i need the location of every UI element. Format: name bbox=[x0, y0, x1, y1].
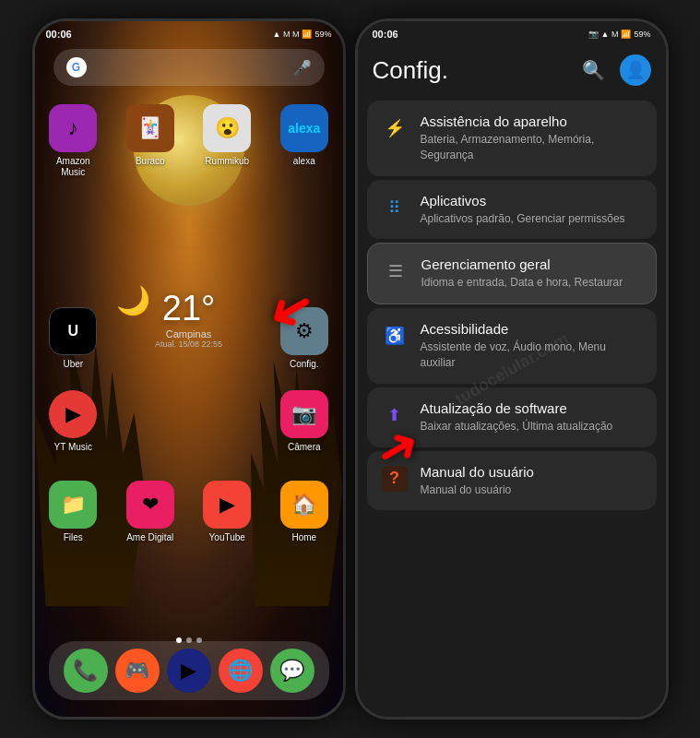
app-amedigital[interactable]: ❤ Ame Digital bbox=[118, 481, 183, 543]
app-ytmusic[interactable]: ▶ YT Music bbox=[41, 390, 105, 453]
search-bar[interactable]: G 🎤 bbox=[53, 49, 325, 86]
accessibility-title: Acessibilidade bbox=[421, 321, 642, 337]
app-buraco[interactable]: 🃏 Buraco bbox=[118, 104, 183, 167]
update-subtitle: Baixar atualizações, Última atualização bbox=[421, 419, 642, 434]
status-bar: 00:06 ▲ M M 📶 59% bbox=[46, 29, 332, 40]
manual-subtitle: Manual do usuário bbox=[421, 482, 642, 498]
app-row-1: ♪ AmazonMusic 🃏 Buraco 😮 Rummikub alexa … bbox=[35, 104, 343, 178]
amazon-music-label: AmazonMusic bbox=[56, 156, 90, 178]
dock-chrome[interactable]: 🌐 bbox=[219, 649, 263, 693]
files-icon: 📁 bbox=[49, 481, 97, 529]
camera-label: Câmera bbox=[288, 442, 321, 453]
config-header: Config. 🔍 👤 bbox=[358, 43, 666, 101]
apps-title: Aplicativos bbox=[421, 193, 642, 208]
general-text: Gerenciamento geral Idioma e entrada, Da… bbox=[421, 256, 641, 291]
app-uber[interactable]: U Uber bbox=[41, 307, 105, 370]
dock-play[interactable]: ▶ bbox=[167, 649, 211, 693]
config-label: Config. bbox=[290, 359, 319, 370]
ytmusic-icon: ▶ bbox=[49, 390, 97, 438]
buraco-icon: 🃏 bbox=[126, 104, 174, 152]
app-alexa[interactable]: alexa alexa bbox=[272, 104, 337, 167]
header-icons: 🔍 👤 bbox=[582, 54, 651, 86]
accessibility-subtitle: Assistente de voz, Áudio mono, Menu auxi… bbox=[421, 339, 642, 371]
general-title: Gerenciamento geral bbox=[421, 256, 641, 272]
update-text: Atualização de software Baixar atualizaç… bbox=[421, 400, 642, 434]
settings-item-accessibility[interactable]: ♿ Acessibilidade Assistente de voz, Áudi… bbox=[367, 308, 657, 384]
settings-item-general[interactable]: ☰ Gerenciamento geral Idioma e entrada, … bbox=[367, 243, 657, 304]
search-icon[interactable]: 🔍 bbox=[582, 59, 605, 81]
apps-text: Aplicativos Aplicativos padrão, Gerencia… bbox=[421, 193, 642, 227]
right-status-bar: 00:06 📷 ▲ M 📶 59% bbox=[358, 21, 666, 43]
accessibility-text: Acessibilidade Assistente de voz, Áudio … bbox=[421, 321, 642, 371]
home-label: Home bbox=[291, 532, 316, 543]
device-subtitle: Bateria, Armazenamento, Memória, Seguran… bbox=[421, 132, 642, 163]
apps-subtitle: Aplicativos padrão, Gerenciar permissões bbox=[421, 211, 642, 227]
mic-icon: 🎤 bbox=[293, 59, 312, 77]
right-status-icons: 📷 ▲ M 📶 59% bbox=[588, 30, 650, 39]
app-home[interactable]: 🏠 Home bbox=[272, 481, 337, 543]
app-row-4: 📁 Files ❤ Ame Digital ▶ YouTube 🏠 Home bbox=[35, 481, 343, 543]
status-icons: ▲ M M 📶 59% bbox=[273, 30, 332, 39]
apps-icon: ⠿ bbox=[382, 195, 408, 220]
update-title: Atualização de software bbox=[421, 400, 642, 416]
profile-icon[interactable]: 👤 bbox=[620, 54, 651, 86]
general-icon: ☰ bbox=[383, 258, 409, 284]
youtube-label: YouTube bbox=[209, 532, 245, 543]
rummikub-label: Rummikub bbox=[205, 156, 249, 167]
amazon-music-icon: ♪ bbox=[49, 104, 97, 152]
google-icon: G bbox=[66, 57, 87, 77]
app-youtube[interactable]: ▶ YouTube bbox=[195, 481, 259, 543]
left-phone: 00:06 ▲ M M 📶 59% G 🎤 ♪ AmazonMusic 🃏 Bu… bbox=[32, 18, 346, 720]
device-icon: ⚡ bbox=[382, 115, 408, 141]
dock-phone[interactable]: 📞 bbox=[64, 649, 108, 693]
alexa-label: alexa bbox=[293, 156, 315, 167]
files-label: Files bbox=[64, 532, 83, 543]
amedigital-label: Ame Digital bbox=[126, 532, 173, 543]
app-amazon-music[interactable]: ♪ AmazonMusic bbox=[41, 104, 105, 178]
app-files[interactable]: 📁 Files bbox=[41, 481, 105, 543]
device-text: Assistência do aparelho Bateria, Armazen… bbox=[421, 113, 642, 163]
device-title: Assistência do aparelho bbox=[421, 113, 642, 129]
manual-title: Manual do usuário bbox=[421, 464, 642, 480]
left-screen: 00:06 ▲ M M 📶 59% G 🎤 ♪ AmazonMusic 🃏 Bu… bbox=[35, 21, 343, 717]
settings-item-device[interactable]: ⚡ Assistência do aparelho Bateria, Armaz… bbox=[367, 101, 657, 176]
right-screen: 00:06 📷 ▲ M 📶 59% Config. 🔍 👤 ⚡ Assistên… bbox=[358, 21, 666, 717]
uber-icon: U bbox=[49, 307, 97, 355]
amedigital-icon: ❤ bbox=[126, 481, 174, 529]
dock-whatsapp[interactable]: 💬 bbox=[270, 649, 314, 693]
youtube-icon: ▶ bbox=[203, 481, 251, 529]
general-subtitle: Idioma e entrada, Data e hora, Restaurar bbox=[421, 275, 641, 291]
app-row-3: ▶ YT Music 📷 Câmera bbox=[35, 390, 343, 453]
app-rummikub[interactable]: 😮 Rummikub bbox=[195, 104, 259, 167]
config-title: Config. bbox=[373, 56, 448, 85]
home-icon: 🏠 bbox=[280, 481, 328, 529]
accessibility-icon: ♿ bbox=[382, 323, 408, 349]
rummikub-icon: 😮 bbox=[203, 104, 251, 152]
buraco-label: Buraco bbox=[136, 156, 165, 167]
ytmusic-label: YT Music bbox=[54, 442, 93, 453]
dock: 📞 🎮 ▶ 🌐 💬 bbox=[49, 641, 329, 700]
right-status-time: 00:06 bbox=[373, 29, 398, 40]
app-camera[interactable]: 📷 Câmera bbox=[272, 390, 337, 453]
manual-text: Manual do usuário Manual do usuário bbox=[421, 464, 642, 498]
settings-item-apps[interactable]: ⠿ Aplicativos Aplicativos padrão, Gerenc… bbox=[367, 180, 657, 240]
camera-icon: 📷 bbox=[280, 390, 328, 438]
alexa-icon: alexa bbox=[280, 104, 328, 152]
status-time: 00:06 bbox=[46, 29, 72, 40]
right-phone: 00:06 📷 ▲ M 📶 59% Config. 🔍 👤 ⚡ Assistên… bbox=[355, 18, 669, 720]
dock-games[interactable]: 🎮 bbox=[115, 649, 160, 693]
uber-label: Uber bbox=[63, 359, 83, 370]
